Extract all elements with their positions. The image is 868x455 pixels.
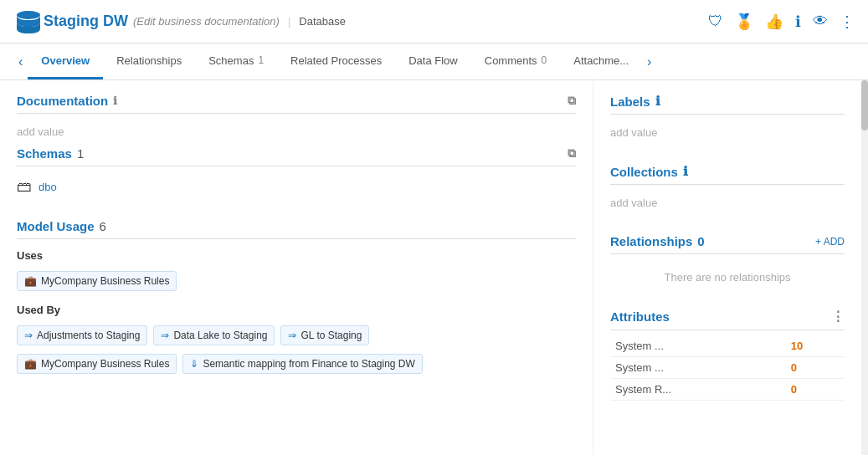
shield-icon[interactable]: 🛡 (708, 13, 723, 30)
no-relationships-message: There are no relationships (610, 263, 845, 292)
app-logo (13, 7, 44, 37)
used-by-label: Used By (17, 304, 576, 316)
attr-value-2: 0 (786, 379, 845, 401)
model-usage-title: Model Usage (17, 219, 95, 233)
relationships-add-button[interactable]: + ADD (815, 236, 845, 248)
documentation-section-header: Documentation ℹ ⧉ (17, 94, 576, 114)
model-usage-section: Model Usage 6 Uses 💼 MyCompany Business … (17, 219, 576, 376)
model-usage-header: Model Usage 6 (17, 219, 576, 239)
table-row: System R... 0 (610, 379, 845, 401)
relationships-count: 0 (697, 234, 704, 248)
briefcase-icon: 💼 (24, 275, 37, 287)
tab-relationships[interactable]: Relationships (103, 43, 195, 79)
nav-right-arrow[interactable]: › (642, 43, 656, 79)
schema-item: 🗃 dbo (17, 175, 576, 206)
tab-attachments[interactable]: Attachme... (560, 43, 642, 79)
header-actions: 🛡 🏅 👍 ℹ 👁 ⋮ (708, 13, 855, 31)
uses-tag-0[interactable]: 💼 MyCompany Business Rules (17, 271, 177, 291)
used-by-tags-row-2: 💼 MyCompany Business Rules ⇓ Semantic ma… (17, 351, 576, 376)
arrows-icon-2: ⇒ (288, 330, 296, 341)
svg-point-0 (17, 11, 40, 19)
model-usage-count: 6 (100, 219, 106, 233)
labels-section-header: Labels ℹ (610, 94, 845, 115)
nav-tabs: ‹ Overview Relationships Schemas 1 Relat… (0, 43, 868, 80)
table-row: System ... 10 (610, 335, 845, 357)
uses-tags: 💼 MyCompany Business Rules (17, 268, 576, 294)
page-title: Staging DW (44, 13, 128, 30)
attr-key-2: System R... (610, 379, 786, 401)
attributes-table: System ... 10 System ... 0 System R... 0 (610, 335, 845, 401)
badge-icon[interactable]: 🏅 (735, 13, 753, 31)
schema-name[interactable]: dbo (39, 181, 57, 193)
right-panel: Labels ℹ add value Collections ℹ add val… (593, 80, 861, 455)
documentation-add-value[interactable]: add value (17, 122, 576, 146)
more-icon[interactable]: ⋮ (840, 13, 855, 31)
attr-key-0: System ... (610, 335, 786, 357)
tab-overview[interactable]: Overview (28, 43, 103, 79)
edit-link[interactable]: (Edit business documentation) (133, 15, 280, 28)
schemas-title: Schemas (17, 146, 72, 161)
collections-section-header: Collections ℹ (610, 164, 845, 185)
thumbs-up-icon[interactable]: 👍 (765, 13, 783, 31)
used-by-label-1: Data Lake to Staging (173, 330, 267, 341)
used-by-label-0: Adjustments to Staging (37, 330, 140, 341)
nav-left-arrow[interactable]: ‹ (13, 43, 28, 79)
attributes-section: Attributes ⋮ System ... 10 System ... 0 … (610, 309, 845, 401)
used-by-tag-2[interactable]: ⇒ GL to Staging (280, 325, 369, 345)
left-panel: Documentation ℹ ⧉ add value Schemas 1 ⧉ … (0, 80, 593, 455)
collections-title: Collections (610, 165, 678, 179)
uses-label: Uses (17, 249, 576, 262)
schemas-section-header: Schemas 1 ⧉ (17, 146, 576, 166)
documentation-edit-icon[interactable]: ⧉ (568, 94, 576, 108)
info-icon[interactable]: ℹ (795, 13, 801, 31)
labels-section: Labels ℹ add value (610, 94, 845, 147)
attr-key-1: System ... (610, 357, 786, 379)
schemas-count: 1 (77, 146, 84, 161)
labels-add-value[interactable]: add value (610, 123, 845, 147)
tab-comments[interactable]: Comments 0 (471, 43, 561, 79)
collections-add-value[interactable]: add value (610, 193, 845, 217)
collections-section: Collections ℹ add value (610, 164, 845, 217)
tab-schemas[interactable]: Schemas 1 (195, 43, 277, 79)
attributes-more-icon[interactable]: ⋮ (831, 309, 845, 325)
table-row: System ... 0 (610, 357, 845, 379)
used-by-label-3: MyCompany Business Rules (41, 358, 169, 370)
labels-title: Labels (610, 95, 650, 109)
relationships-section: Relationships 0 + ADD There are no relat… (610, 234, 845, 292)
used-by-label-4: Semantic mapping from Finance to Staging… (203, 358, 414, 370)
object-type: Database (299, 15, 346, 28)
schemas-edit-icon[interactable]: ⧉ (568, 146, 576, 161)
main-content: Documentation ℹ ⧉ add value Schemas 1 ⧉ … (0, 80, 868, 455)
attr-value-1: 0 (786, 357, 845, 379)
labels-info-icon: ℹ (655, 94, 660, 109)
relationships-section-header: Relationships 0 + ADD (610, 234, 845, 254)
used-by-tags-row-1: ⇒ Adjustments to Staging ⇒ Data Lake to … (17, 323, 576, 348)
used-by-tag-0[interactable]: ⇒ Adjustments to Staging (17, 325, 147, 345)
scrollbar-thumb[interactable] (861, 80, 868, 130)
arrows-icon-1: ⇒ (161, 330, 169, 341)
used-by-tag-3[interactable]: 💼 MyCompany Business Rules (17, 354, 177, 374)
documentation-info-icon: ℹ (113, 95, 117, 107)
attributes-section-header: Attributes ⋮ (610, 309, 845, 330)
collections-info-icon: ℹ (683, 164, 688, 179)
eye-icon[interactable]: 👁 (813, 13, 828, 30)
used-by-tag-1[interactable]: ⇒ Data Lake to Staging (153, 325, 275, 345)
used-by-label-2: GL to Staging (300, 330, 362, 341)
uses-tag-label-0: MyCompany Business Rules (41, 275, 169, 287)
arrows-down-icon: ⇓ (190, 358, 198, 370)
attr-value-0: 10 (786, 335, 845, 357)
arrows-icon-0: ⇒ (24, 330, 33, 341)
used-by-tag-4[interactable]: ⇓ Semantic mapping from Finance to Stagi… (182, 354, 422, 374)
briefcase-icon-2: 💼 (24, 358, 37, 370)
header: Staging DW (Edit business documentation)… (0, 0, 868, 43)
attributes-title: Attributes (610, 309, 670, 324)
tab-related-processes[interactable]: Related Processes (277, 43, 395, 79)
relationships-title: Relationships (610, 234, 692, 248)
tab-data-flow[interactable]: Data Flow (395, 43, 471, 79)
scrollbar-track[interactable] (861, 80, 868, 455)
schema-icon: 🗃 (17, 178, 32, 196)
documentation-title: Documentation (17, 94, 108, 108)
divider: | (288, 15, 290, 28)
